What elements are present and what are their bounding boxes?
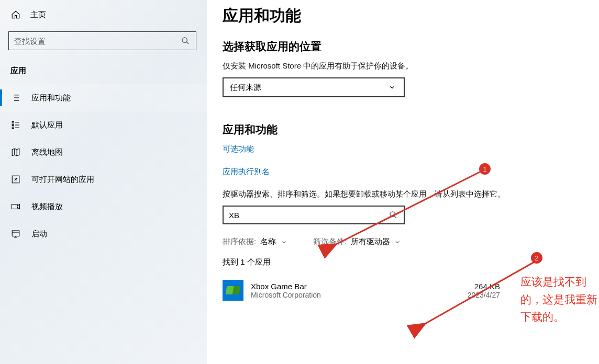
- sidebar-item-video-playback[interactable]: 视频播放: [0, 193, 207, 220]
- svg-rect-10: [12, 127, 14, 129]
- svg-rect-9: [12, 124, 14, 126]
- result-count: 找到 1 个应用: [223, 257, 599, 267]
- sidebar-item-offline-maps[interactable]: 离线地图: [0, 139, 207, 166]
- sidebar-item-label: 可打开网站的应用: [31, 175, 94, 185]
- sidebar-item-startup[interactable]: 启动: [0, 220, 207, 247]
- filter-label: 筛选条件:: [313, 237, 347, 246]
- app-date: 2023/4/27: [468, 291, 500, 299]
- sidebar-item-label: 启动: [31, 229, 47, 239]
- sidebar-item-label: 默认应用: [31, 120, 63, 130]
- map-icon: [10, 147, 21, 157]
- sidebar-item-apps-for-websites[interactable]: 可打开网站的应用: [0, 166, 207, 193]
- home-nav[interactable]: 主页: [0, 5, 207, 24]
- search-icon: [388, 210, 398, 220]
- app-search-box[interactable]: [223, 206, 405, 224]
- sidebar-item-apps-features[interactable]: 应用和功能: [0, 84, 207, 111]
- app-meta: 264 KB 2023/4/27: [468, 282, 500, 299]
- sort-value: 名称: [260, 237, 286, 246]
- chevron-down-icon: [387, 82, 397, 93]
- install-source-help: 仅安装 Microsoft Store 中的应用有助于保护你的设备。: [223, 61, 516, 71]
- filter-value: 所有驱动器: [351, 237, 401, 246]
- svg-line-1: [186, 42, 188, 44]
- apps-features-heading: 应用和功能: [223, 122, 599, 137]
- app-aliases-link[interactable]: 应用执行别名: [223, 167, 599, 177]
- svg-rect-19: [12, 231, 19, 236]
- home-label: 主页: [30, 10, 46, 20]
- defaults-icon: [10, 120, 21, 130]
- xbox-game-bar-icon: [223, 280, 243, 301]
- sidebar-item-label: 应用和功能: [31, 93, 71, 103]
- sidebar-item-label: 视频播放: [31, 202, 63, 212]
- page-title: 应用和功能: [223, 5, 599, 27]
- main-content: 应用和功能 选择获取应用的位置 仅安装 Microsoft Store 中的应用…: [223, 0, 599, 364]
- video-icon: [10, 201, 21, 212]
- svg-rect-8: [12, 121, 14, 123]
- sort-label: 排序依据:: [223, 237, 256, 246]
- app-size: 264 KB: [468, 282, 500, 291]
- svg-point-23: [390, 212, 395, 217]
- open-icon: [10, 174, 21, 185]
- svg-rect-18: [12, 204, 18, 209]
- install-source-dropdown[interactable]: 任何来源: [223, 77, 405, 97]
- filter-control[interactable]: 筛选条件: 所有驱动器: [313, 237, 401, 247]
- install-source-heading: 选择获取应用的位置: [223, 39, 599, 54]
- install-source-value: 任何来源: [230, 83, 261, 93]
- sort-control[interactable]: 排序依据: 名称: [223, 237, 287, 247]
- app-list-item[interactable]: Xbox Game Bar Microsoft Corporation 264 …: [223, 278, 500, 303]
- settings-search-input[interactable]: [14, 37, 180, 46]
- home-icon: [10, 9, 21, 20]
- app-publisher: Microsoft Corporation: [251, 291, 460, 299]
- sort-filter-row: 排序依据: 名称 筛选条件: 所有驱动器: [223, 237, 599, 247]
- sidebar-section-apps: 应用: [0, 62, 207, 84]
- app-name: Xbox Game Bar: [251, 282, 460, 291]
- apps-help-text: 按驱动器搜索、排序和筛选。如果想要卸载或移动某个应用，请从列表中选择它。: [223, 189, 516, 199]
- app-search-input[interactable]: [229, 211, 388, 220]
- list-icon: [10, 93, 21, 103]
- svg-point-0: [182, 38, 187, 42]
- settings-sidebar: 主页 应用 应用和功能 默认应用 离线地图 可打开网站的应用: [0, 0, 207, 364]
- search-icon: [180, 36, 191, 46]
- svg-line-24: [394, 216, 396, 218]
- sidebar-item-label: 离线地图: [31, 147, 63, 157]
- sidebar-item-default-apps[interactable]: 默认应用: [0, 111, 207, 139]
- svg-line-17: [15, 178, 17, 181]
- optional-features-link[interactable]: 可选功能: [223, 144, 599, 154]
- settings-search[interactable]: [8, 31, 196, 50]
- app-info: Xbox Game Bar Microsoft Corporation: [251, 282, 460, 299]
- startup-icon: [10, 229, 21, 239]
